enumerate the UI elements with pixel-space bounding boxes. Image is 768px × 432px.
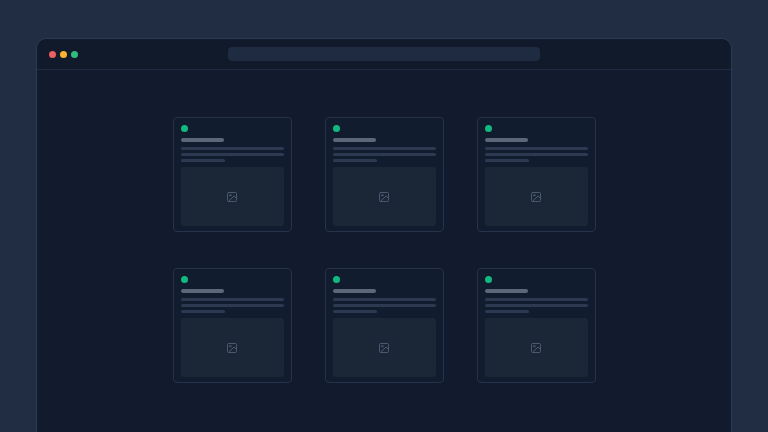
window-controls [49, 51, 78, 58]
skeleton-text-line-short [181, 159, 225, 162]
card[interactable] [173, 117, 292, 232]
skeleton-title-bar [485, 138, 528, 142]
skeleton-text-line [485, 298, 588, 301]
skeleton-text-line-short [485, 310, 529, 313]
image-icon [378, 342, 390, 354]
media-placeholder [485, 167, 588, 226]
skeleton-title-bar [333, 138, 376, 142]
skeleton-text-line-short [333, 159, 377, 162]
skeleton-text-line [181, 153, 284, 156]
status-dot [333, 276, 340, 283]
skeleton-text-line [181, 147, 284, 150]
skeleton-text-line [333, 147, 436, 150]
card[interactable] [173, 268, 292, 383]
close-window-button[interactable] [49, 51, 56, 58]
skeleton-text-line-short [485, 159, 529, 162]
minimize-window-button[interactable] [60, 51, 67, 58]
browser-titlebar [37, 39, 731, 70]
skeleton-title-bar [333, 289, 376, 293]
media-placeholder [333, 318, 436, 377]
skeleton-text-line [485, 153, 588, 156]
skeleton-title-bar [485, 289, 528, 293]
card-grid [37, 117, 731, 383]
image-icon [378, 191, 390, 203]
skeleton-title-bar [181, 289, 224, 293]
status-dot [181, 276, 188, 283]
media-placeholder [181, 167, 284, 226]
media-placeholder [181, 318, 284, 377]
skeleton-text-line-short [181, 310, 225, 313]
browser-content [37, 117, 731, 383]
image-icon [226, 191, 238, 203]
skeleton-text-line [485, 147, 588, 150]
status-dot [181, 125, 188, 132]
browser-window [36, 38, 732, 432]
skeleton-text-line [333, 298, 436, 301]
address-bar-input[interactable] [228, 47, 540, 61]
skeleton-text-line [333, 304, 436, 307]
media-placeholder [333, 167, 436, 226]
skeleton-title-bar [181, 138, 224, 142]
skeleton-text-line-short [333, 310, 377, 313]
desktop-background [0, 0, 768, 432]
skeleton-text-line [181, 298, 284, 301]
image-icon [530, 191, 542, 203]
skeleton-text-line [181, 304, 284, 307]
status-dot [333, 125, 340, 132]
status-dot [485, 125, 492, 132]
skeleton-text-line [333, 153, 436, 156]
maximize-window-button[interactable] [71, 51, 78, 58]
card[interactable] [477, 117, 596, 232]
card[interactable] [325, 268, 444, 383]
status-dot [485, 276, 492, 283]
card[interactable] [325, 117, 444, 232]
skeleton-text-line [485, 304, 588, 307]
image-icon [226, 342, 238, 354]
media-placeholder [485, 318, 588, 377]
card[interactable] [477, 268, 596, 383]
image-icon [530, 342, 542, 354]
